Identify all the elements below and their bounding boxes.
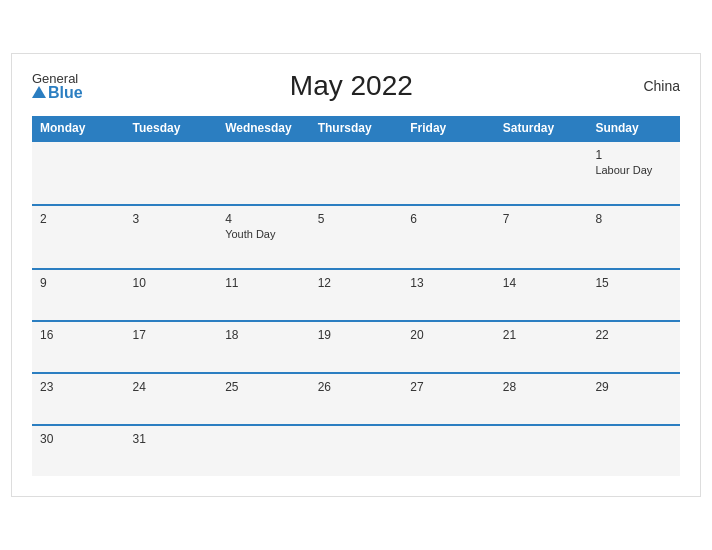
day-number: 3 xyxy=(133,212,210,226)
weekday-header-friday: Friday xyxy=(402,116,495,141)
calendar-cell: 22 xyxy=(587,321,680,373)
day-number: 27 xyxy=(410,380,487,394)
calendar-container: General Blue May 2022 China MondayTuesda… xyxy=(11,53,701,497)
calendar-cell: 18 xyxy=(217,321,310,373)
calendar-cell: 21 xyxy=(495,321,588,373)
day-number: 26 xyxy=(318,380,395,394)
week-row-3: 9101112131415 xyxy=(32,269,680,321)
calendar-cell: 24 xyxy=(125,373,218,425)
calendar-cell: 23 xyxy=(32,373,125,425)
calendar-cell: 28 xyxy=(495,373,588,425)
calendar-cell: 26 xyxy=(310,373,403,425)
calendar-cell: 30 xyxy=(32,425,125,476)
day-number: 29 xyxy=(595,380,672,394)
calendar-table: MondayTuesdayWednesdayThursdayFridaySatu… xyxy=(32,116,680,476)
calendar-cell: 19 xyxy=(310,321,403,373)
calendar-cell: 3 xyxy=(125,205,218,269)
day-number: 30 xyxy=(40,432,117,446)
logo-blue-text: Blue xyxy=(32,85,83,101)
calendar-cell: 15 xyxy=(587,269,680,321)
calendar-cell xyxy=(310,141,403,205)
day-number: 1 xyxy=(595,148,672,162)
calendar-cell: 20 xyxy=(402,321,495,373)
day-event: Youth Day xyxy=(225,228,302,240)
calendar-cell: 8 xyxy=(587,205,680,269)
day-number: 28 xyxy=(503,380,580,394)
weekday-header-sunday: Sunday xyxy=(587,116,680,141)
logo-triangle-icon xyxy=(32,86,46,98)
calendar-cell: 2 xyxy=(32,205,125,269)
day-number: 9 xyxy=(40,276,117,290)
calendar-cell: 17 xyxy=(125,321,218,373)
weekday-header-tuesday: Tuesday xyxy=(125,116,218,141)
calendar-cell: 13 xyxy=(402,269,495,321)
day-number: 15 xyxy=(595,276,672,290)
day-number: 19 xyxy=(318,328,395,342)
calendar-cell xyxy=(310,425,403,476)
day-number: 18 xyxy=(225,328,302,342)
calendar-cell xyxy=(587,425,680,476)
calendar-cell: 5 xyxy=(310,205,403,269)
week-row-4: 16171819202122 xyxy=(32,321,680,373)
day-number: 23 xyxy=(40,380,117,394)
weekday-header-saturday: Saturday xyxy=(495,116,588,141)
day-number: 20 xyxy=(410,328,487,342)
calendar-cell: 27 xyxy=(402,373,495,425)
calendar-cell: 10 xyxy=(125,269,218,321)
day-number: 31 xyxy=(133,432,210,446)
weekday-header-monday: Monday xyxy=(32,116,125,141)
day-number: 14 xyxy=(503,276,580,290)
calendar-cell: 1Labour Day xyxy=(587,141,680,205)
calendar-cell xyxy=(217,425,310,476)
logo-general-text: General xyxy=(32,72,83,85)
day-number: 6 xyxy=(410,212,487,226)
day-number: 22 xyxy=(595,328,672,342)
calendar-cell: 9 xyxy=(32,269,125,321)
day-number: 24 xyxy=(133,380,210,394)
day-number: 10 xyxy=(133,276,210,290)
calendar-cell: 11 xyxy=(217,269,310,321)
weekday-header-row: MondayTuesdayWednesdayThursdayFridaySatu… xyxy=(32,116,680,141)
calendar-cell xyxy=(495,425,588,476)
day-number: 17 xyxy=(133,328,210,342)
day-number: 12 xyxy=(318,276,395,290)
calendar-title: May 2022 xyxy=(83,70,620,102)
day-number: 25 xyxy=(225,380,302,394)
calendar-cell xyxy=(217,141,310,205)
day-number: 8 xyxy=(595,212,672,226)
calendar-cell: 6 xyxy=(402,205,495,269)
calendar-cell: 14 xyxy=(495,269,588,321)
day-number: 16 xyxy=(40,328,117,342)
weekday-header-wednesday: Wednesday xyxy=(217,116,310,141)
day-event: Labour Day xyxy=(595,164,672,176)
week-row-1: 1Labour Day xyxy=(32,141,680,205)
day-number: 13 xyxy=(410,276,487,290)
calendar-cell: 31 xyxy=(125,425,218,476)
calendar-cell xyxy=(32,141,125,205)
calendar-cell: 7 xyxy=(495,205,588,269)
calendar-cell xyxy=(402,425,495,476)
day-number: 5 xyxy=(318,212,395,226)
day-number: 7 xyxy=(503,212,580,226)
calendar-cell xyxy=(125,141,218,205)
calendar-cell: 12 xyxy=(310,269,403,321)
week-row-6: 3031 xyxy=(32,425,680,476)
day-number: 11 xyxy=(225,276,302,290)
day-number: 2 xyxy=(40,212,117,226)
calendar-cell xyxy=(495,141,588,205)
day-number: 21 xyxy=(503,328,580,342)
calendar-header: General Blue May 2022 China xyxy=(32,70,680,102)
logo: General Blue xyxy=(32,72,83,101)
week-row-2: 234Youth Day5678 xyxy=(32,205,680,269)
calendar-cell: 25 xyxy=(217,373,310,425)
day-number: 4 xyxy=(225,212,302,226)
calendar-cell: 29 xyxy=(587,373,680,425)
calendar-cell: 4Youth Day xyxy=(217,205,310,269)
week-row-5: 23242526272829 xyxy=(32,373,680,425)
country-label: China xyxy=(620,78,680,94)
calendar-cell: 16 xyxy=(32,321,125,373)
weekday-header-thursday: Thursday xyxy=(310,116,403,141)
calendar-cell xyxy=(402,141,495,205)
